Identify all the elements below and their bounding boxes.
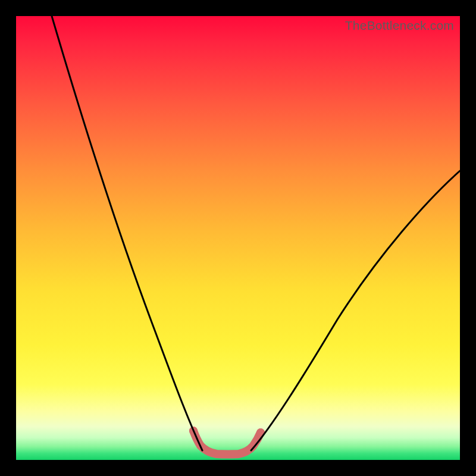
- chart-frame: TheBottleneck.com: [0, 0, 476, 476]
- curve-left-arm: [52, 16, 202, 450]
- curve-right-arm: [251, 171, 460, 450]
- plot-area: TheBottleneck.com: [16, 16, 460, 460]
- curve-layer: [16, 16, 460, 460]
